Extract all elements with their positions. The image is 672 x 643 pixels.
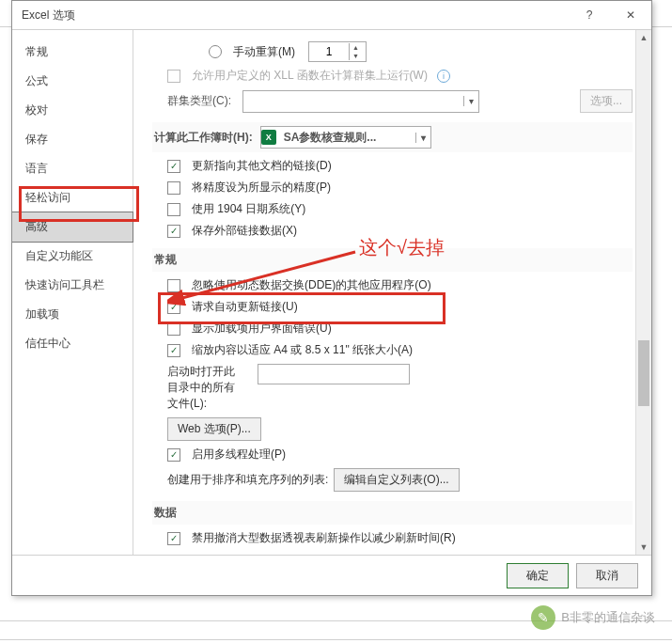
sidebar-item-addins[interactable]: 加载项 xyxy=(12,300,133,329)
dialog-footer: 确定 取消 xyxy=(12,555,651,595)
spinner-manual-count[interactable]: ▲▼ xyxy=(308,41,367,62)
spinner-arrows[interactable]: ▲▼ xyxy=(349,43,362,60)
sidebar-item-customize-ribbon[interactable]: 自定义功能区 xyxy=(12,242,133,271)
titlebar: Excel 选项 ? ✕ xyxy=(12,1,651,30)
scroll-up-icon: ▲ xyxy=(636,30,651,45)
sidebar: 常规 公式 校对 保存 语言 轻松访问 高级 自定义功能区 快速访问工具栏 加载… xyxy=(12,30,133,555)
label-precision: 将精度设为所显示的精度(P) xyxy=(192,180,331,196)
web-options-button[interactable]: Web 选项(P)... xyxy=(167,417,261,441)
watermark-icon: ✎ xyxy=(531,605,555,630)
checkbox-precision[interactable] xyxy=(167,181,180,195)
sidebar-item-qat[interactable]: 快速访问工具栏 xyxy=(12,271,133,300)
checkbox-1904[interactable] xyxy=(167,203,180,216)
label-multithread: 启用多线程处理(P) xyxy=(192,447,286,463)
section-calc-workbook: 计算此工作簿时(H): X SA参数核查规则... ▾ xyxy=(152,122,633,152)
checkbox-update-links[interactable] xyxy=(167,160,180,173)
section-general: 常规 xyxy=(152,248,633,272)
cancel-button[interactable]: 取消 xyxy=(576,563,638,588)
label-custom-list: 创建用于排序和填充序列的列表: xyxy=(167,472,328,488)
watermark-text: B非零的通信杂谈 xyxy=(561,609,655,626)
edit-custom-list-button[interactable]: 编辑自定义列表(O)... xyxy=(334,468,459,492)
sidebar-item-language[interactable]: 语言 xyxy=(12,154,133,183)
checkbox-save-ext[interactable] xyxy=(167,225,180,238)
input-startup-folder[interactable] xyxy=(258,364,410,384)
dropdown-workbook-value: SA参数核查规则... xyxy=(278,130,415,146)
close-icon: ✕ xyxy=(626,8,635,22)
sidebar-item-trust[interactable]: 信任中心 xyxy=(12,329,133,358)
close-button[interactable]: ✕ xyxy=(610,1,651,29)
chevron-down-icon: ▾ xyxy=(415,133,430,143)
scroll-down-icon: ▼ xyxy=(636,540,651,555)
sidebar-item-general[interactable]: 常规 xyxy=(12,38,133,67)
info-icon[interactable]: i xyxy=(437,70,450,83)
label-update-links: 更新指向其他文档的链接(D) xyxy=(192,158,332,174)
checkbox-scale-fit[interactable] xyxy=(167,344,180,357)
excel-options-dialog: Excel 选项 ? ✕ 常规 公式 校对 保存 语言 轻松访问 高级 自定义功… xyxy=(11,0,652,596)
label-auto-update: 请求自动更新链接(U) xyxy=(192,299,298,315)
sidebar-item-ease[interactable]: 轻松访问 xyxy=(12,183,133,212)
section-data: 数据 xyxy=(152,501,633,525)
sidebar-item-proofing[interactable]: 校对 xyxy=(12,96,133,125)
dropdown-workbook[interactable]: X SA参数核查规则... ▾ xyxy=(260,126,431,149)
checkbox-addin-errors[interactable] xyxy=(167,322,180,336)
label-save-ext: 保存外部链接数据(X) xyxy=(192,223,297,239)
scroll-thumb[interactable] xyxy=(638,340,649,406)
label-manual-recalc: 手动重算(M) xyxy=(233,44,295,60)
spinner-input[interactable] xyxy=(309,44,349,59)
label-disable-undo-pt: 禁用撤消大型数据透视表刷新操作以减少刷新时间(R) xyxy=(192,530,456,546)
sidebar-item-advanced[interactable]: 高级 xyxy=(12,212,133,243)
label-scale-fit: 缩放内容以适应 A4 或 8.5 x 11" 纸张大小(A) xyxy=(192,342,413,358)
checkbox-ignore-dde[interactable] xyxy=(167,279,180,292)
label-1904: 使用 1904 日期系统(Y) xyxy=(192,201,305,217)
label-addin-errors: 显示加载项用户界面错误(U) xyxy=(192,321,332,337)
checkbox-disable-undo-pt[interactable] xyxy=(167,532,180,545)
scrollbar[interactable]: ▲ ▼ xyxy=(635,30,651,555)
cluster-options-button: 选项... xyxy=(580,89,633,113)
checkbox-allow-xll xyxy=(167,70,180,83)
section-calc-workbook-label: 计算此工作簿时(H): xyxy=(154,130,253,146)
label-cluster-type: 群集类型(C): xyxy=(167,93,231,109)
label-ignore-dde: 忽略使用动态数据交换(DDE)的其他应用程序(O) xyxy=(192,277,431,293)
chevron-down-icon: ▼ xyxy=(350,52,362,60)
help-icon: ? xyxy=(586,8,593,22)
ok-button[interactable]: 确定 xyxy=(507,563,569,588)
dropdown-cluster-type[interactable]: ▾ xyxy=(242,90,479,113)
dialog-title: Excel 选项 xyxy=(12,8,75,24)
radio-manual-recalc[interactable] xyxy=(209,45,222,58)
sidebar-item-formulas[interactable]: 公式 xyxy=(12,67,133,96)
content-pane: 手动重算(M) ▲▼ 允许用户定义的 XLL 函数在计算群集上运行(W) i 群… xyxy=(133,30,651,555)
checkbox-auto-update[interactable] xyxy=(167,301,180,314)
chevron-up-icon: ▲ xyxy=(350,43,362,52)
excel-file-icon: X xyxy=(261,130,276,145)
checkbox-multithread[interactable] xyxy=(167,448,180,462)
watermark: ✎ B非零的通信杂谈 xyxy=(531,605,655,630)
help-button[interactable]: ? xyxy=(569,1,610,29)
label-allow-xll: 允许用户定义的 XLL 函数在计算群集上运行(W) xyxy=(192,68,428,84)
chevron-down-icon: ▾ xyxy=(463,96,478,106)
label-startup-folder: 启动时打开此 目录中的所有 文件(L): xyxy=(167,364,252,412)
sidebar-item-save[interactable]: 保存 xyxy=(12,125,133,154)
